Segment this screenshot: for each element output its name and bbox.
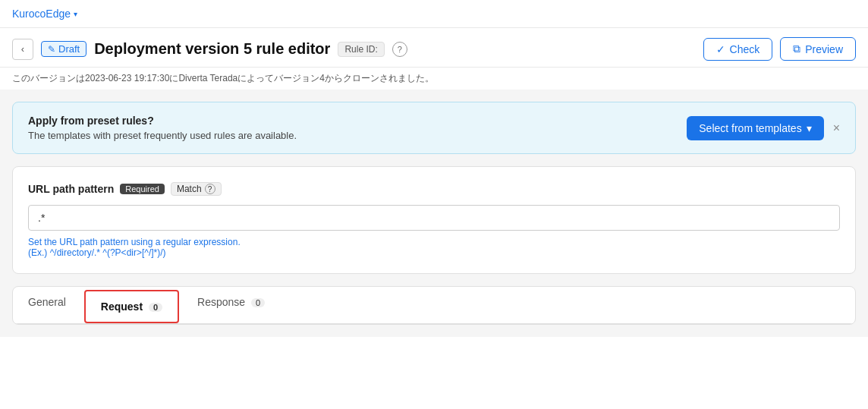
banner-text: Apply from preset rules? The templates w… <box>28 115 297 141</box>
required-badge: Required <box>120 184 165 194</box>
tab-request-label: Request <box>101 300 143 313</box>
select-templates-button[interactable]: Select from templates ▾ <box>687 116 823 140</box>
tab-request[interactable]: Request 0 <box>84 290 179 323</box>
version-info-text: このバージョンは2023-06-23 19:17:30にDiverta Tera… <box>12 73 434 83</box>
draft-label: Draft <box>58 43 80 55</box>
check-label: Check <box>730 43 760 55</box>
rule-id-badge: Rule ID: <box>338 42 384 57</box>
url-pattern-label: URL path pattern <box>28 183 114 195</box>
preview-button[interactable]: ⧉ Preview <box>780 37 856 61</box>
draft-badge: ✎ Draft <box>41 41 86 57</box>
check-icon: ✓ <box>716 43 725 55</box>
preview-label: Preview <box>805 43 843 55</box>
main-content: Apply from preset rules? The templates w… <box>0 90 868 337</box>
match-label: Match <box>177 184 202 194</box>
banner-right: Select from templates ▾ × <box>687 116 840 140</box>
tab-general[interactable]: General <box>13 287 81 323</box>
back-icon: ‹ <box>21 43 24 55</box>
url-pattern-input[interactable] <box>28 205 840 231</box>
close-icon: × <box>833 121 840 134</box>
tab-general-label: General <box>28 296 66 308</box>
close-banner-button[interactable]: × <box>833 121 840 135</box>
banner-heading: Apply from preset rules? <box>28 115 297 127</box>
hint-line1: Set the URL path pattern using a regular… <box>28 237 840 247</box>
select-templates-chevron-icon: ▾ <box>807 122 812 134</box>
app-container: KurocoEdge ▾ ‹ ✎ Draft Deployment versio… <box>0 0 868 409</box>
tabs-card: General Request 0 Response 0 <box>12 286 856 325</box>
hint-line2: (Ex.) ^/directory/.* ^(?P<dir>[^/]*)/) <box>28 247 840 258</box>
match-badge: Match ? <box>171 182 222 196</box>
tab-response-badge: 0 <box>251 298 265 307</box>
tab-request-badge: 0 <box>149 303 162 312</box>
url-pattern-hint: Set the URL path pattern using a regular… <box>28 237 840 258</box>
select-templates-label: Select from templates <box>699 122 801 134</box>
brand-chevron-icon: ▾ <box>74 10 77 18</box>
check-button[interactable]: ✓ Check <box>703 38 773 61</box>
version-info: このバージョンは2023-06-23 19:17:30にDiverta Tera… <box>0 68 868 90</box>
back-button[interactable]: ‹ <box>12 39 33 60</box>
page-header: ‹ ✎ Draft Deployment version 5 rule edit… <box>0 28 868 68</box>
url-pattern-section: URL path pattern Required Match ? Set th… <box>12 166 856 274</box>
tab-response[interactable]: Response 0 <box>182 287 280 323</box>
header-right: ✓ Check ⧉ Preview <box>703 37 856 61</box>
tab-response-label: Response <box>197 296 245 308</box>
top-nav: KurocoEdge ▾ <box>0 0 868 28</box>
header-left: ‹ ✎ Draft Deployment version 5 rule edit… <box>12 39 407 60</box>
template-banner: Apply from preset rules? The templates w… <box>12 102 856 154</box>
preview-icon: ⧉ <box>793 42 800 55</box>
rule-id-help-icon[interactable]: ? <box>392 42 407 57</box>
page-title: Deployment version 5 rule editor <box>94 40 330 58</box>
banner-description: The templates with preset frequently use… <box>28 130 297 141</box>
brand-name: KurocoEdge <box>12 8 71 20</box>
section-label: URL path pattern Required Match ? <box>28 182 840 196</box>
draft-edit-icon: ✎ <box>48 44 55 55</box>
match-help-icon[interactable]: ? <box>205 184 215 194</box>
brand-link[interactable]: KurocoEdge ▾ <box>12 8 77 20</box>
tabs-header: General Request 0 Response 0 <box>13 287 855 324</box>
